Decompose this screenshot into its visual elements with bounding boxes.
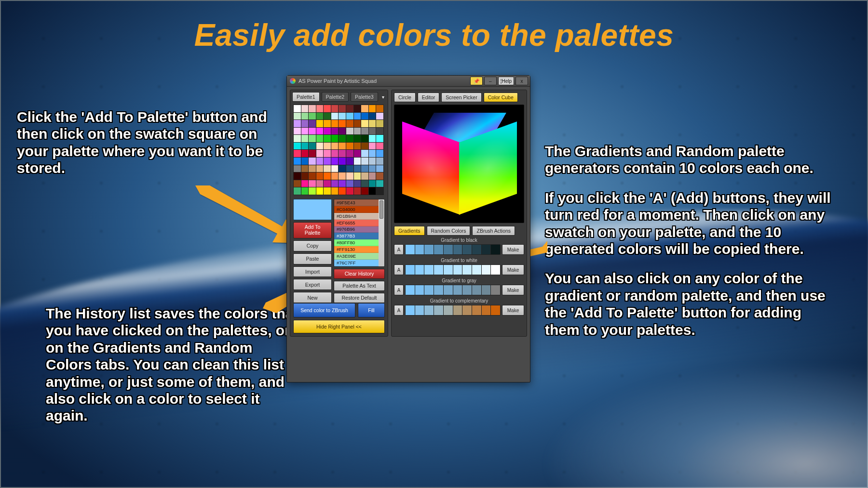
palette-swatch[interactable] [316,120,324,127]
gradient-swatch[interactable] [444,305,453,315]
gradient-make-button[interactable]: Make [502,285,524,295]
palette-swatch[interactable] [369,143,376,150]
palette-swatch[interactable] [369,180,376,187]
gradient-swatch[interactable] [424,285,434,295]
palette-swatch[interactable] [316,158,324,165]
palette-swatch[interactable] [294,120,301,127]
palette-swatch[interactable] [309,105,316,112]
palette-swatch[interactable] [376,105,383,112]
palette-swatch[interactable] [324,180,331,187]
palette-swatch[interactable] [324,187,331,195]
tab-screen-picker[interactable]: Screen Picker [441,92,481,102]
palette-swatch[interactable] [339,150,346,157]
palette-swatch[interactable] [339,187,346,195]
palette-swatch[interactable] [369,120,376,127]
gradient-swatch[interactable] [472,285,481,295]
palette-swatch[interactable] [369,135,376,142]
palette-swatch[interactable] [324,143,331,150]
tab-palette1[interactable]: Palette1 [292,92,320,102]
paste-button[interactable]: Paste [293,253,332,264]
palette-swatch[interactable] [309,113,316,120]
history-item[interactable]: #3877B3 [334,233,379,239]
palette-swatch[interactable] [309,187,316,195]
palette-swatch[interactable] [346,113,353,120]
gradient-swatch[interactable] [434,285,443,295]
gradient-add-button[interactable]: A [394,285,404,295]
help-button[interactable]: ¦ Help [498,77,514,85]
palette-swatch[interactable] [309,150,316,157]
palette-swatch[interactable] [294,172,301,180]
gradient-swatch[interactable] [453,245,462,254]
palette-swatch[interactable] [339,120,346,127]
palette-swatch[interactable] [339,165,346,172]
gradient-swatch[interactable] [434,305,443,315]
palette-swatch[interactable] [316,113,324,120]
palette-swatch[interactable] [376,128,383,135]
palette-swatch[interactable] [339,135,346,142]
palette-swatch[interactable] [361,172,368,180]
palette-swatch[interactable] [316,150,324,157]
palette-swatch[interactable] [331,113,339,120]
gradient-swatch[interactable] [472,245,481,254]
palette-swatch[interactable] [331,165,339,172]
gradient-swatch[interactable] [406,245,415,254]
palette-swatch[interactable] [301,180,309,187]
palette-swatch[interactable] [346,172,353,180]
gradient-swatch[interactable] [453,265,462,275]
palette-swatch[interactable] [316,135,324,142]
gradient-swatch[interactable] [462,265,472,275]
palette-swatch[interactable] [346,105,353,112]
gradient-swatch[interactable] [415,305,424,315]
color-cube[interactable] [394,105,524,223]
palette-swatch[interactable] [324,172,331,180]
palette-swatch[interactable] [339,172,346,180]
gradient-make-button[interactable]: Make [502,244,524,255]
gradient-swatch[interactable] [482,245,491,254]
palette-swatch[interactable] [324,105,331,112]
palette-swatch[interactable] [331,120,339,127]
palette-swatch[interactable] [376,158,383,165]
palette-swatch[interactable] [354,172,361,180]
palette-swatch[interactable] [376,187,383,195]
palette-swatch[interactable] [294,128,301,135]
palette-swatch[interactable] [316,180,324,187]
gradient-swatch[interactable] [482,285,491,295]
palette-swatch[interactable] [331,180,339,187]
palette-swatch[interactable] [309,172,316,180]
gradient-swatch[interactable] [424,265,434,275]
palette-swatch[interactable] [376,150,383,157]
palette-swatch[interactable] [376,113,383,120]
palette-swatch[interactable] [354,105,361,112]
palette-swatch[interactable] [346,135,353,142]
tab-circle[interactable]: Circle [394,92,416,102]
gradient-add-button[interactable]: A [394,244,404,255]
palette-swatch[interactable] [361,180,368,187]
palette-swatch[interactable] [339,113,346,120]
gradient-swatch[interactable] [491,245,500,254]
palette-swatch[interactable] [331,172,339,180]
tab-editor[interactable]: Editor [418,92,439,102]
close-button[interactable]: x [515,77,528,85]
gradient-swatch[interactable] [415,285,424,295]
gradient-swatch[interactable] [472,305,481,315]
palette-swatch[interactable] [369,105,376,112]
palette-swatch[interactable] [354,113,361,120]
palette-swatch[interactable] [331,187,339,195]
palette-swatch[interactable] [369,165,376,172]
minimize-button[interactable]: – [484,77,497,85]
palette-swatch[interactable] [346,150,353,157]
send-to-zbrush-button[interactable]: Send color to ZBrush [293,303,355,317]
palette-swatch[interactable] [301,172,309,180]
history-item[interactable]: #9F5E43 [334,199,379,206]
history-item[interactable]: #EF6655 [334,220,379,226]
history-item[interactable]: #80FF80 [334,239,379,246]
palette-swatch[interactable] [316,105,324,112]
history-item[interactable]: #976B96 [334,226,379,233]
tab-zbrush-actions[interactable]: ZBrush Actions [472,226,515,236]
gradient-swatch[interactable] [462,285,472,295]
gradient-swatch[interactable] [472,265,481,275]
palette-swatch[interactable] [294,165,301,172]
restore-default-button[interactable]: Restore Default [334,293,385,303]
palette-swatch[interactable] [361,120,368,127]
palette-swatch[interactable] [294,180,301,187]
